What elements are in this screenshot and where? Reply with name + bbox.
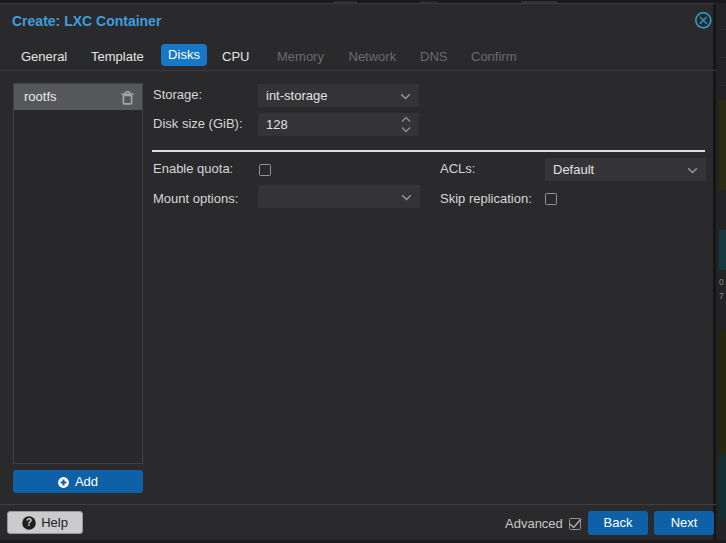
svg-text:?: ? — [26, 517, 32, 528]
